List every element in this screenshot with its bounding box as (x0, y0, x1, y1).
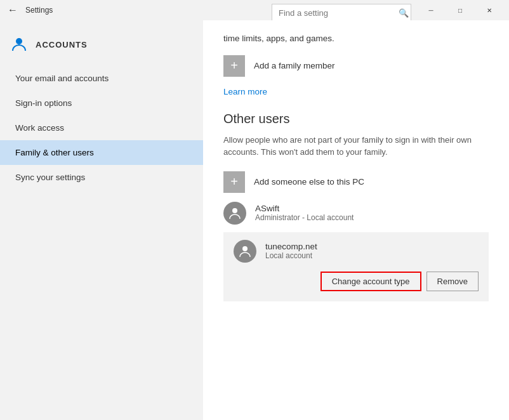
user-role-tunecomp: Local account (265, 251, 317, 260)
search-icon[interactable]: 🔍 (399, 8, 409, 18)
add-someone-icon-box[interactable]: + (223, 171, 245, 193)
plus-icon: + (230, 58, 238, 73)
svg-point-2 (242, 246, 248, 251)
maximize-button[interactable]: □ (446, 0, 475, 20)
user-info-aswift: ASwift Administrator - Local account (255, 204, 354, 222)
add-family-label: Add a family member (254, 61, 335, 70)
user-name-aswift: ASwift (255, 204, 354, 213)
sidebar-item-family[interactable]: Family & other users (0, 140, 203, 165)
sidebar: ACCOUNTS Your email and accounts Sign-in… (0, 20, 203, 420)
user-avatar-aswift (223, 202, 246, 225)
svg-point-1 (232, 208, 237, 213)
accounts-icon (10, 36, 28, 53)
sidebar-title: ACCOUNTS (36, 40, 88, 49)
sidebar-item-work[interactable]: Work access (0, 115, 203, 140)
sidebar-item-sync[interactable]: Sync your settings (0, 165, 203, 190)
window-controls: ─ □ ✕ (416, 0, 504, 20)
expanded-user-section: tunecomp.net Local account Change accoun… (223, 232, 489, 301)
sidebar-item-email[interactable]: Your email and accounts (0, 66, 203, 91)
learn-more-link[interactable]: Learn more (223, 87, 267, 96)
remove-button[interactable]: Remove (426, 272, 479, 291)
search-bar: 🔍 (272, 4, 411, 22)
search-input[interactable] (272, 4, 411, 22)
add-family-icon-box[interactable]: + (223, 55, 245, 77)
sidebar-header: ACCOUNTS (0, 25, 203, 66)
add-family-row: + Add a family member (223, 55, 489, 77)
other-users-desc: Allow people who are not part of your fa… (223, 134, 489, 159)
user-row-aswift[interactable]: ASwift Administrator - Local account (223, 202, 489, 225)
back-button[interactable]: ← (5, 3, 20, 18)
add-someone-label: Add someone else to this PC (254, 177, 364, 187)
user-avatar-tunecomp (234, 240, 256, 263)
user-role-aswift: Administrator - Local account (255, 213, 354, 222)
change-account-type-button[interactable]: Change account type (321, 272, 421, 291)
user-info-tunecomp: tunecomp.net Local account (265, 242, 317, 260)
add-someone-row: + Add someone else to this PC (223, 171, 489, 193)
user-name-tunecomp: tunecomp.net (265, 242, 317, 251)
other-users-title: Other users (223, 112, 489, 126)
sidebar-nav: Your email and accounts Sign-in options … (0, 66, 203, 190)
close-button[interactable]: ✕ (475, 0, 504, 20)
content-area: time limits, apps, and games. + Add a fa… (203, 20, 509, 420)
content-top-text: time limits, apps, and games. (223, 33, 489, 45)
window-title: Settings (25, 6, 221, 15)
titlebar: ← Settings 🔍 ─ □ ✕ (0, 0, 509, 20)
minimize-button[interactable]: ─ (416, 0, 446, 20)
app-body: ACCOUNTS Your email and accounts Sign-in… (0, 20, 509, 420)
expanded-user-top: tunecomp.net Local account (234, 240, 479, 263)
expanded-actions: Change account type Remove (234, 272, 479, 291)
plus-icon-2: + (230, 174, 238, 189)
svg-point-0 (16, 38, 22, 44)
sidebar-item-signin[interactable]: Sign-in options (0, 91, 203, 115)
